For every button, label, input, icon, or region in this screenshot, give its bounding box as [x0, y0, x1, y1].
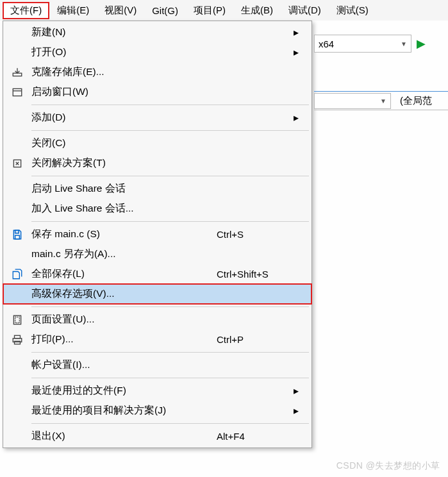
- svg-rect-3: [15, 230, 19, 233]
- edit-menu[interactable]: 编辑(E): [49, 2, 97, 19]
- file-menu[interactable]: 文件(F): [3, 2, 49, 19]
- menu-item-label: 启动窗口(W): [31, 85, 217, 99]
- watermark-text: CSDN @失去梦想的小草: [336, 460, 440, 472]
- account-settings-item[interactable]: 帐户设置(I)...: [3, 355, 311, 375]
- caret-down-icon: ▼: [401, 40, 407, 47]
- menu-separator: [31, 423, 309, 424]
- menu-item-shortcut: Ctrl+S: [217, 229, 294, 240]
- advanced-save-options-item[interactable]: 高级保存选项(V)...: [3, 284, 311, 304]
- exit-item[interactable]: 退出(X)Alt+F4: [3, 426, 311, 446]
- menu-separator: [31, 105, 309, 105]
- svg-rect-9: [15, 341, 21, 344]
- print-item[interactable]: 打印(P)...Ctrl+P: [3, 330, 311, 349]
- start-liveshare-item[interactable]: 启动 Live Share 会话: [3, 179, 311, 199]
- submenu-arrow-icon: ▸: [294, 112, 303, 124]
- debug-menu[interactable]: 调试(D): [281, 2, 329, 19]
- page-setup-item[interactable]: 页面设置(U)...: [3, 310, 311, 330]
- svg-rect-4: [15, 235, 20, 239]
- menu-separator: [31, 306, 309, 307]
- menu-item-label: 打开(O): [31, 46, 217, 59]
- start-window-item[interactable]: 启动窗口(W): [3, 82, 311, 102]
- submenu-arrow-icon: ▸: [294, 27, 303, 38]
- menu-item-label: 最近使用的项目和解决方案(J): [31, 404, 217, 417]
- menubar: 文件(F)编辑(E)视图(V)Git(G)项目(P)生成(B)调试(D)测试(S…: [0, 0, 448, 21]
- project-menu[interactable]: 项目(P): [186, 2, 233, 19]
- save-as-item[interactable]: main.c 另存为(A)...: [3, 244, 311, 264]
- menu-item-label: 新建(N): [31, 26, 217, 39]
- save-icon: [3, 229, 31, 240]
- menu-item-shortcut: Alt+F4: [217, 431, 294, 442]
- svg-rect-1: [13, 88, 22, 96]
- join-liveshare-item[interactable]: 加入 Live Share 会话...: [3, 199, 311, 219]
- submenu-arrow-icon: ▸: [294, 47, 303, 58]
- recent-files-item[interactable]: 最近使用过的文件(F)▸: [3, 381, 311, 401]
- menu-item-label: 最近使用过的文件(F): [31, 384, 217, 398]
- menu-item-label: 启动 Live Share 会话: [31, 182, 217, 196]
- open-item[interactable]: 打开(O)▸: [3, 42, 311, 62]
- recent-projects-item[interactable]: 最近使用的项目和解决方案(J)▸: [3, 401, 311, 421]
- clone-repo-item[interactable]: 克隆存储库(E)...: [3, 62, 311, 82]
- submenu-arrow-icon: ▸: [294, 405, 303, 417]
- close-solution-item[interactable]: 关闭解决方案(T): [3, 153, 311, 173]
- navigation-bar: ▼ (全局范: [314, 91, 448, 110]
- page-setup-icon: [3, 314, 31, 326]
- menu-item-label: 帐户设置(I)...: [31, 358, 217, 372]
- file-dropdown-menu: 新建(N)▸打开(O)▸克隆存储库(E)...启动窗口(W)添加(D)▸关闭(C…: [3, 21, 312, 448]
- save-all-icon: [3, 269, 31, 280]
- build-menu[interactable]: 生成(B): [233, 2, 281, 19]
- submenu-arrow-icon: ▸: [294, 385, 303, 397]
- close-item[interactable]: 关闭(C): [3, 133, 311, 153]
- start-window-icon: [3, 87, 31, 98]
- menu-separator: [31, 221, 309, 222]
- menu-item-label: 全部保存(L): [31, 267, 217, 281]
- save-all-item[interactable]: 全部保存(L)Ctrl+Shift+S: [3, 264, 311, 284]
- menu-separator: [31, 130, 309, 131]
- platform-combo[interactable]: x64 ▼: [314, 35, 411, 53]
- menu-item-label: 退出(X): [31, 430, 217, 443]
- menu-separator: [31, 352, 309, 353]
- menu-item-label: 加入 Live Share 会话...: [31, 202, 217, 215]
- menu-item-label: 页面设置(U)...: [31, 313, 217, 326]
- platform-value: x64: [319, 38, 334, 49]
- menu-item-label: 添加(D): [31, 111, 217, 124]
- close-solution-icon: [3, 158, 31, 169]
- clone-icon: [3, 67, 31, 78]
- git-menu[interactable]: Git(G): [144, 3, 186, 19]
- view-menu[interactable]: 视图(V): [97, 2, 144, 19]
- scope-combo[interactable]: ▼: [314, 93, 391, 109]
- svg-rect-6: [15, 317, 20, 322]
- menu-item-shortcut: Ctrl+P: [217, 334, 294, 345]
- scope-label: (全局范: [400, 95, 432, 107]
- menu-item-label: 保存 main.c (S): [31, 228, 217, 241]
- caret-down-icon: ▼: [380, 97, 386, 105]
- start-debug-icon[interactable]: ▶: [417, 37, 426, 51]
- add-item[interactable]: 添加(D)▸: [3, 108, 311, 128]
- menu-item-label: main.c 另存为(A)...: [31, 247, 217, 261]
- menu-item-shortcut: Ctrl+Shift+S: [217, 269, 294, 280]
- toolbar-fragment: x64 ▼ ▶: [314, 33, 448, 54]
- new-item[interactable]: 新建(N)▸: [3, 22, 311, 42]
- menu-item-label: 高级保存选项(V)...: [31, 287, 217, 301]
- test-menu[interactable]: 测试(S): [329, 2, 376, 19]
- print-icon: [3, 334, 31, 346]
- menu-separator: [31, 176, 309, 176]
- menu-item-label: 克隆存储库(E)...: [31, 65, 217, 79]
- menu-item-label: 关闭解决方案(T): [31, 156, 217, 170]
- save-item[interactable]: 保存 main.c (S)Ctrl+S: [3, 224, 311, 244]
- menu-separator: [31, 378, 309, 378]
- menu-item-label: 关闭(C): [31, 137, 217, 150]
- menu-item-label: 打印(P)...: [31, 333, 217, 346]
